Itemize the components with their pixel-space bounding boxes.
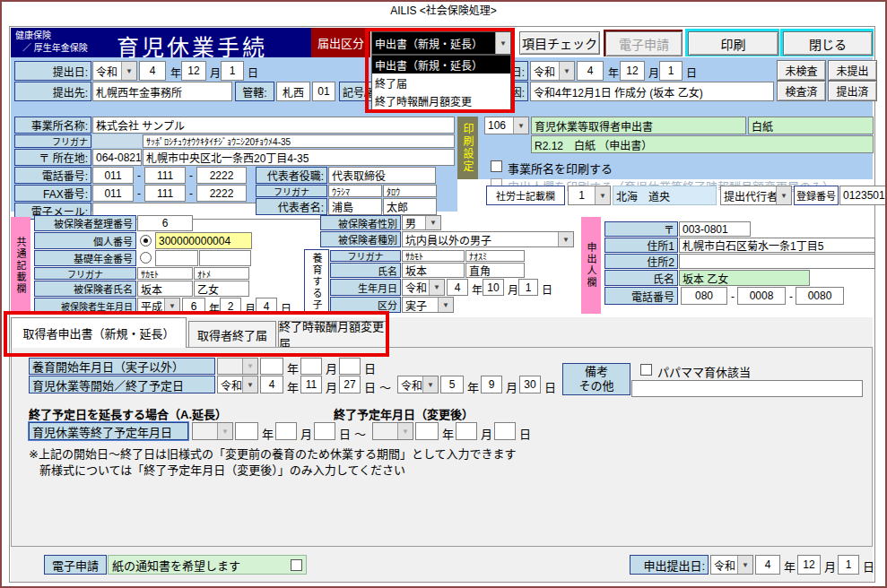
office-name-field[interactable]: 株式会社 サンプル bbox=[92, 117, 455, 134]
office-zip-field[interactable]: 064-0821 bbox=[92, 149, 142, 166]
item-check-button[interactable]: 項目チェック bbox=[519, 31, 600, 55]
applicant-addr2-field[interactable] bbox=[679, 254, 875, 269]
sharoshi-name-field[interactable]: 北海 道央 bbox=[613, 186, 717, 205]
child-mei-field[interactable]: 直角 bbox=[465, 263, 525, 278]
pension-number-field1[interactable] bbox=[155, 250, 198, 266]
not-submitted-button[interactable]: 未提出 bbox=[828, 60, 877, 81]
insured-kana-mei-field[interactable]: ｵﾄﾒ bbox=[194, 267, 249, 280]
leave-end-era-select[interactable]: 令和▼ bbox=[397, 376, 439, 393]
remarks-field[interactable] bbox=[631, 380, 863, 397]
insured-birth-month-field[interactable]: 2 bbox=[220, 298, 241, 315]
submit-year-field[interactable]: 4 bbox=[139, 61, 166, 81]
rep-kana-sei-field[interactable]: ｳﾗｼﾏ bbox=[328, 185, 382, 197]
insured-kana-sei-field[interactable]: ｻｶﾓﾄ bbox=[137, 267, 193, 280]
insured-type-select[interactable]: 坑内員以外の男子▼ bbox=[402, 231, 574, 247]
papamama-checkbox[interactable] bbox=[640, 364, 652, 376]
care-start-month-field[interactable] bbox=[300, 358, 322, 375]
tab-hoshu-henko[interactable]: 終了時報酬月額変更届 bbox=[278, 321, 389, 348]
changed-era-select[interactable]: ▼ bbox=[372, 422, 413, 440]
extend-month-field[interactable] bbox=[275, 422, 297, 440]
applicant-tel1-field[interactable]: 080 bbox=[681, 287, 727, 305]
option-shuryo[interactable]: 終了届 bbox=[372, 74, 510, 91]
option-hoshu-henko[interactable]: 終了時報酬月額変更 bbox=[372, 91, 510, 109]
office-tel3-field[interactable]: 2222 bbox=[196, 167, 247, 184]
submit-month-field[interactable]: 12 bbox=[181, 61, 206, 81]
jurisdiction-code-field[interactable]: 01 bbox=[312, 82, 335, 101]
changed-year-field[interactable] bbox=[415, 422, 439, 440]
app-submit-era-select[interactable]: 令和▼ bbox=[710, 555, 753, 575]
personal-number-field[interactable]: 300000000004 bbox=[155, 232, 252, 249]
leave-start-year-field[interactable]: 4 bbox=[260, 376, 283, 393]
created-year-field[interactable]: 4 bbox=[577, 61, 604, 81]
extend-era-select[interactable]: ▼ bbox=[192, 422, 233, 440]
applicant-name-field[interactable]: 坂本 乙女 bbox=[679, 270, 810, 286]
extend-year-field[interactable] bbox=[235, 422, 258, 440]
care-start-era-select[interactable]: ▼ bbox=[217, 358, 258, 375]
jurisdiction-name-field[interactable]: 札西 bbox=[276, 82, 310, 101]
category-dropdown[interactable]: 申出書（新規・延長） ▼ bbox=[371, 31, 511, 55]
e-apply-button[interactable]: 電子申請 bbox=[605, 31, 683, 56]
pension-number-radio[interactable] bbox=[140, 252, 152, 264]
gender-select[interactable]: 男▼ bbox=[402, 215, 441, 230]
office-address-field[interactable]: 札幌市中央区北一条西20丁目4-35 bbox=[143, 149, 455, 166]
chevron-down-icon[interactable]: ▼ bbox=[495, 32, 510, 54]
child-kana-mei-field[interactable]: ﾅｵｽﾐ bbox=[465, 250, 525, 262]
print-office-name-checkbox[interactable] bbox=[491, 160, 502, 172]
child-sei-field[interactable]: 坂本 bbox=[402, 263, 465, 278]
checked-button[interactable]: 検査済 bbox=[777, 81, 826, 101]
option-shinsei[interactable]: 申出書（新規・延長） bbox=[372, 56, 510, 74]
insured-birth-year-field[interactable]: 6 bbox=[182, 298, 205, 315]
rep-sei-field[interactable]: 浦島 bbox=[328, 198, 382, 215]
insured-sei-field[interactable]: 坂本 bbox=[137, 281, 193, 297]
insured-number-field[interactable]: 6 bbox=[137, 215, 193, 231]
child-kubun-select[interactable]: 実子▼ bbox=[402, 297, 454, 313]
child-birth-month-field[interactable]: 10 bbox=[483, 279, 504, 296]
care-start-day-field[interactable] bbox=[339, 358, 361, 375]
leave-start-month-field[interactable]: 11 bbox=[300, 376, 322, 393]
reg-number-field[interactable]: 01235012 bbox=[839, 186, 887, 205]
extend-day-field[interactable] bbox=[314, 422, 335, 440]
changed-day-field[interactable] bbox=[494, 422, 516, 440]
tab-shuryo[interactable]: 取得者終了届 bbox=[188, 321, 276, 348]
rep-mei-field[interactable]: 太郎 bbox=[383, 198, 437, 215]
applicant-zip-field[interactable]: 003-0801 bbox=[679, 221, 751, 237]
tab-shinsei[interactable]: 取得者申出書（新規・延長） bbox=[11, 317, 187, 348]
not-checked-button[interactable]: 未検査 bbox=[777, 60, 826, 81]
rep-kana-mei-field[interactable]: ﾀﾛｳ bbox=[383, 185, 437, 197]
insured-birth-era-select[interactable]: 平成▼ bbox=[137, 298, 180, 315]
leave-end-year-field[interactable]: 5 bbox=[440, 376, 464, 393]
created-month-field[interactable]: 12 bbox=[620, 61, 645, 81]
sharoshi-role-select[interactable]: 提出代行者▼ bbox=[720, 186, 792, 205]
applicant-addr1-field[interactable]: 札幌市白石区菊水一条1丁目5 bbox=[679, 238, 875, 253]
personal-number-radio[interactable] bbox=[140, 235, 152, 246]
care-start-year-field[interactable] bbox=[260, 358, 283, 375]
leave-end-day-field[interactable]: 30 bbox=[519, 376, 541, 393]
app-submit-day-field[interactable]: 1 bbox=[838, 555, 859, 575]
rep-title-field[interactable]: 代表取締役 bbox=[328, 167, 436, 184]
applicant-tel3-field[interactable]: 0080 bbox=[796, 287, 844, 305]
office-tel2-field[interactable]: 111 bbox=[144, 167, 186, 184]
changed-month-field[interactable] bbox=[456, 422, 477, 440]
submit-era-select[interactable]: 令和▼ bbox=[92, 61, 137, 81]
close-button[interactable]: 閉じる bbox=[783, 31, 873, 56]
child-birth-day-field[interactable]: 1 bbox=[518, 279, 538, 296]
dest-field[interactable]: 札幌西年金事務所 bbox=[92, 82, 232, 101]
leave-start-era-select[interactable]: 令和▼ bbox=[217, 376, 258, 393]
insured-birth-day-field[interactable]: 4 bbox=[256, 298, 277, 315]
office-tel1-field[interactable]: 011 bbox=[92, 167, 134, 184]
submit-day-field[interactable]: 1 bbox=[221, 61, 244, 81]
created-era-select[interactable]: 令和▼ bbox=[530, 61, 575, 81]
app-submit-year-field[interactable]: 4 bbox=[755, 555, 780, 575]
print-button[interactable]: 印刷 bbox=[688, 31, 778, 56]
office-fax3-field[interactable]: 2222 bbox=[196, 185, 247, 202]
child-birth-year-field[interactable]: 4 bbox=[447, 279, 468, 296]
child-kana-sei-field[interactable]: ｻｶﾓﾄ bbox=[402, 250, 465, 262]
leave-start-day-field[interactable]: 27 bbox=[339, 376, 361, 393]
office-fax2-field[interactable]: 111 bbox=[144, 185, 186, 202]
leave-end-month-field[interactable]: 9 bbox=[481, 376, 502, 393]
insured-mei-field[interactable]: 乙女 bbox=[194, 281, 249, 297]
paper-notice-checkbox[interactable] bbox=[291, 559, 302, 571]
submitted-button[interactable]: 提出済 bbox=[828, 81, 877, 101]
form-code-select[interactable]: 106▼ bbox=[484, 117, 529, 134]
app-submit-month-field[interactable]: 12 bbox=[797, 555, 821, 575]
